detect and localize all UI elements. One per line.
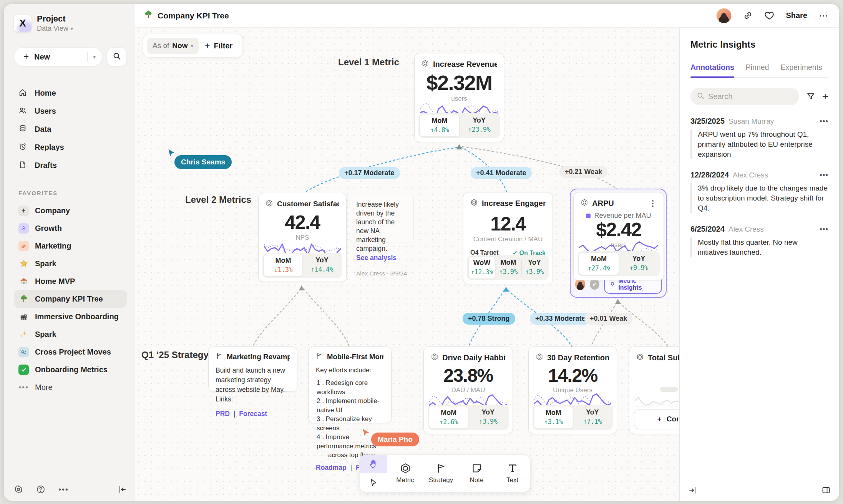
filter-funnel-icon[interactable]: [806, 92, 815, 101]
connect-button[interactable]: + Connec: [634, 409, 679, 429]
cursor-name-chris: Chris Seams: [174, 155, 232, 169]
tool-note[interactable]: Note: [459, 455, 495, 492]
sidebar-item-users[interactable]: Users: [14, 102, 127, 120]
hand-tool[interactable]: [360, 455, 387, 473]
stat-yoy[interactable]: YoY↑3.9%: [469, 406, 508, 429]
favorite-growth[interactable]: Growth: [14, 219, 127, 237]
as-of-selector[interactable]: As of Now ▾: [147, 38, 199, 54]
stat-mom[interactable]: MoM↑27.4%: [579, 252, 619, 275]
favorite-marketing[interactable]: Marketing: [14, 237, 127, 255]
stat-mom[interactable]: MoM↑2.6%: [429, 406, 469, 429]
stat-wow[interactable]: WoW↑12.3%: [468, 256, 495, 279]
stat-yoy[interactable]: YoY↑7.1%: [573, 406, 612, 429]
metric-card-customer-satisfaction[interactable]: Customer Satisfaction 42.4 NPS MoM↓1.3% …: [258, 193, 347, 282]
sidebar-item-replays[interactable]: Replays: [14, 138, 127, 156]
kpi-canvas[interactable]: As of Now ▾ + Filter Level 1 Metric Leve…: [135, 28, 679, 501]
level2-section-label: Level 2 Metrics: [185, 194, 251, 205]
workspace-switcher[interactable]: Data View ▾: [37, 25, 73, 33]
tool-strategy[interactable]: Strategy: [423, 455, 459, 492]
strategy-body: Build and launch a new marketing strateg…: [209, 361, 297, 404]
roadmap-link[interactable]: Roadmap: [316, 464, 347, 471]
select-tool[interactable]: [360, 473, 387, 492]
tab-experiments[interactable]: Experiments: [780, 63, 822, 77]
bolt-icon: [18, 206, 29, 216]
project-header[interactable]: X Project Data View ▾: [14, 14, 127, 33]
share-button[interactable]: Share: [786, 11, 807, 20]
new-button-label: New: [34, 53, 87, 61]
metric-hexagon-icon: [431, 353, 438, 362]
stat-yoy[interactable]: YoY↑9.9%: [619, 252, 659, 275]
stat-yoy[interactable]: YoY↑23.9%: [460, 114, 499, 137]
sidebar-item-data[interactable]: Data: [14, 120, 127, 138]
tab-annotations[interactable]: Annotations: [690, 63, 734, 77]
train-icon: [18, 312, 29, 322]
favorite-spark-star[interactable]: Spark: [14, 255, 127, 272]
sidebar-item-home[interactable]: Home: [14, 84, 127, 102]
favorite-company[interactable]: Company: [14, 202, 127, 219]
favorite-immersive-onboarding[interactable]: Immersive Onboarding: [14, 308, 127, 325]
tab-pinned[interactable]: Pinned: [746, 63, 769, 77]
overflow-menu-icon[interactable]: ⋯: [819, 10, 828, 21]
metric-card-increase-engagement[interactable]: Increase Engagement 12.4 Content Creatio…: [463, 192, 553, 284]
search-input[interactable]: [708, 92, 793, 101]
new-button[interactable]: + New ▾: [14, 47, 102, 66]
favorite-company-kpi-tree[interactable]: Company KPI Tree: [14, 290, 127, 308]
panel-layout-icon[interactable]: [821, 486, 831, 495]
favorite-spark-sparkles[interactable]: Spark: [14, 325, 127, 343]
add-annotation-button[interactable]: +: [822, 91, 828, 102]
card-menu-icon[interactable]: ⋮: [649, 201, 657, 205]
stat-mom[interactable]: MoM↑3.9%: [495, 256, 521, 279]
favorites-more[interactable]: ••• More: [14, 378, 127, 396]
user-avatar[interactable]: [716, 8, 732, 23]
metric-card-30-day-retention[interactable]: 30 Day Retention 14.2% Unique Users MoM↑…: [528, 346, 617, 434]
tool-metric[interactable]: Metric: [387, 455, 423, 492]
metric-value: 14.2%: [529, 366, 617, 385]
search-icon: [697, 92, 704, 101]
metric-hexagon-icon: [422, 60, 429, 69]
metric-card-drive-daily-habbits[interactable]: Drive Daily Habbits 23.8% DAU / MAU MoM↑…: [423, 346, 513, 434]
plus-icon: +: [657, 415, 661, 423]
search-button[interactable]: [107, 47, 127, 66]
stat-mom[interactable]: MoM↑4.8%: [420, 114, 460, 137]
metric-card-total-subscriptions[interactable]: Total Subscript + Connec: [629, 346, 679, 434]
see-analysis-link[interactable]: See analysis: [356, 254, 397, 262]
correlation-badge: +0.21 Weak: [559, 166, 607, 178]
more-options-icon[interactable]: •••: [58, 485, 69, 494]
stat-yoy[interactable]: YoY↑3.9%: [521, 256, 548, 279]
strategy-card-mobile-first[interactable]: Mobile-First Momentum Key efforts includ…: [309, 346, 392, 423]
copy-link-icon[interactable]: [743, 11, 753, 20]
metric-card-arpu[interactable]: ARPU ⋮ Revenue per MAU $2.42 users MoM↑2…: [573, 192, 664, 280]
help-icon[interactable]: [36, 485, 45, 494]
forecast-link[interactable]: Forecast: [239, 410, 267, 418]
favorite-home-mvp[interactable]: Home MVP: [14, 272, 127, 290]
annotation-menu-icon[interactable]: •••: [820, 225, 828, 234]
annotation-entry[interactable]: 3/25/2025 Susan Murray ••• ARPU went up …: [690, 117, 828, 159]
stat-mom[interactable]: MoM↓1.3%: [264, 254, 303, 277]
favorite-cross-project-moves[interactable]: Cross Project Moves: [14, 343, 127, 361]
tool-text[interactable]: Text: [495, 455, 530, 492]
collapse-sidebar-icon[interactable]: [118, 485, 127, 494]
strategy-card-marketing-revamp[interactable]: Marketing Revamp Build and launch a new …: [208, 346, 297, 392]
metric-card-increase-revenue[interactable]: Increase Revenue $2.32M users MoM↑4.8% Y…: [414, 53, 504, 142]
filter-button[interactable]: + Filter: [202, 41, 235, 51]
settings-gear-icon[interactable]: [14, 485, 23, 494]
annotation-note-card[interactable]: Increase likely driven by the launch of …: [350, 194, 414, 242]
stat-yoy[interactable]: YoY↑14.4%: [303, 254, 341, 277]
metric-unit: Content Creation / MAU: [463, 235, 553, 243]
favorite-heart-icon[interactable]: [764, 11, 774, 21]
annotation-menu-icon[interactable]: •••: [820, 171, 828, 179]
favorite-onboarding-metrics[interactable]: Onboarding Metrics: [14, 361, 127, 378]
prd-link[interactable]: PRD: [216, 410, 230, 418]
collaborator-cursor-maria: [360, 427, 372, 440]
annotation-menu-icon[interactable]: •••: [820, 117, 828, 126]
annotation-entry[interactable]: 6/25/2024 Alex Cress ••• Mostly flat thi…: [690, 225, 828, 257]
chevron-down-icon[interactable]: ▾: [93, 54, 96, 60]
stat-mom[interactable]: MoM↑3.1%: [534, 406, 573, 429]
sidebar-item-drafts[interactable]: Drafts: [14, 156, 127, 174]
collapse-panel-icon[interactable]: [688, 486, 697, 495]
metric-hexagon-icon: [536, 353, 543, 362]
note-icon: [471, 463, 483, 474]
panel-title: Metric Insights: [690, 39, 828, 50]
metric-value: $2.32M: [415, 72, 504, 94]
annotation-entry[interactable]: 12/28/2024 Alex Cress ••• 3% drop likely…: [690, 171, 828, 213]
